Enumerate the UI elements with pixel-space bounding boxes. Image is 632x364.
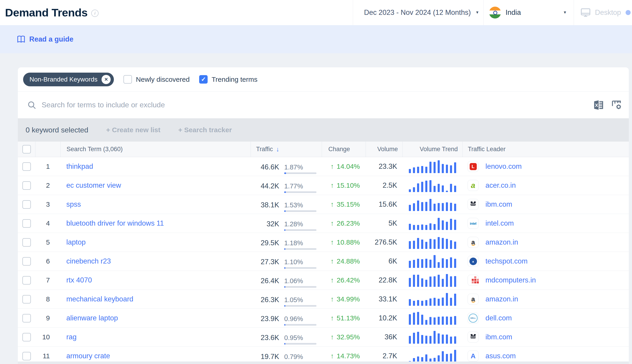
row-checkbox[interactable]: [23, 238, 31, 246]
selected-count: 0 keyword selected: [26, 126, 88, 134]
trend-bar: [454, 336, 456, 344]
volume-trend-cell: [402, 254, 462, 268]
traffic-leader-cell: ibm.com: [462, 199, 629, 210]
filter-chip-non-branded[interactable]: Non-Branded Keywords ×: [23, 72, 114, 86]
trend-bar: [417, 275, 419, 287]
search-term-link[interactable]: armoury crate: [66, 352, 110, 360]
change-column-header[interactable]: Change: [322, 142, 366, 157]
change-value: 34.99%: [337, 295, 360, 303]
chip-close-icon[interactable]: ×: [102, 75, 111, 84]
trend-bar: [446, 293, 448, 306]
traffic-leader-link[interactable]: asus.com: [485, 352, 516, 360]
select-all-checkbox[interactable]: [23, 145, 31, 154]
open-book-icon: [17, 36, 26, 43]
row-checkbox[interactable]: [23, 219, 31, 228]
trend-bar: [417, 312, 419, 325]
row-rank: 6: [35, 257, 60, 265]
search-term-cell: spss: [60, 200, 251, 208]
traffic-leader-cell: amazon.in: [462, 294, 629, 305]
search-term-link[interactable]: cinebench r23: [66, 257, 111, 265]
traffic-cell: 44.2K 1.77%: [251, 178, 322, 193]
trend-bar: [425, 225, 427, 230]
trend-bar: [413, 301, 415, 306]
traffic-leader-link[interactable]: acer.co.in: [485, 181, 516, 190]
traffic-leader-link[interactable]: amazon.in: [485, 295, 518, 303]
search-term-link[interactable]: bluetooth driver for windows 11: [66, 219, 164, 227]
row-checkbox[interactable]: [23, 162, 31, 171]
info-icon[interactable]: i: [91, 10, 99, 17]
trend-bar: [438, 355, 440, 363]
search-term-link[interactable]: mechanical keyboard: [66, 295, 133, 303]
newly-discovered-label: Newly discovered: [136, 76, 189, 83]
country-selector[interactable]: India ▼: [483, 0, 574, 25]
search-term-link[interactable]: alienware laptop: [66, 314, 118, 322]
chevron-down-icon: ▼: [475, 10, 479, 15]
search-term-column-header[interactable]: Search Term (3,060): [60, 142, 251, 157]
search-term-cell: thinkpad: [60, 162, 251, 170]
table-settings-icon[interactable]: [611, 99, 623, 111]
trend-bar: [434, 318, 436, 325]
search-input[interactable]: [42, 101, 593, 109]
row-checkbox[interactable]: [23, 352, 31, 360]
traffic-leader-link[interactable]: amazon.in: [485, 238, 518, 246]
trend-bar: [425, 280, 427, 287]
traffic-share-bar: [284, 286, 316, 288]
search-term-link[interactable]: ec customer view: [66, 181, 121, 189]
trend-bar: [413, 275, 415, 287]
trend-bar: [417, 200, 419, 211]
search-term-link[interactable]: laptop: [66, 238, 86, 246]
traffic-leader-link[interactable]: dell.com: [485, 314, 512, 322]
search-term-link[interactable]: rtx 4070: [66, 276, 92, 284]
site-favicon: [468, 237, 479, 248]
trend-bar: [430, 162, 432, 173]
change-value: 14.73%: [337, 352, 360, 360]
traffic-leader-link[interactable]: ibm.com: [485, 200, 512, 208]
row-checkbox[interactable]: [23, 257, 31, 266]
newly-discovered-checkbox[interactable]: [123, 75, 132, 84]
newly-discovered-filter[interactable]: Newly discovered: [123, 75, 189, 84]
volume-value: 276.5K: [366, 238, 402, 246]
search-term-link[interactable]: spss: [66, 200, 81, 208]
trending-terms-filter[interactable]: ✓ Trending terms: [199, 75, 258, 84]
row-checkbox[interactable]: [23, 181, 31, 190]
row-checkbox[interactable]: [23, 295, 31, 304]
row-checkbox[interactable]: [23, 314, 31, 322]
traffic-leader-cell: lenovo.com: [462, 161, 629, 172]
search-term-cell: mechanical keyboard: [60, 295, 251, 303]
trend-bar: [430, 336, 432, 344]
read-guide-link[interactable]: Read a guide: [17, 35, 73, 44]
volume-trend-cell: [402, 274, 462, 287]
search-tracker-button[interactable]: + Search tracker: [178, 126, 232, 134]
site-favicon: [468, 256, 479, 267]
row-select-cell: [18, 181, 35, 190]
traffic-leader-link[interactable]: ibm.com: [485, 333, 512, 341]
traffic-cell: 26.3K 1.05%: [251, 292, 322, 307]
trending-terms-checkbox[interactable]: ✓: [199, 75, 207, 84]
traffic-column-header[interactable]: Traffic ↓: [251, 142, 322, 157]
excel-export-icon[interactable]: X: [593, 99, 604, 111]
date-range-picker[interactable]: Dec 2023 - Nov 2024 (12 Months) ▼: [353, 0, 483, 25]
search-term-link[interactable]: thinkpad: [66, 162, 93, 170]
trend-bar: [425, 300, 427, 306]
trend-bar: [417, 167, 419, 173]
traffic-leader-link[interactable]: mdcomputers.in: [485, 276, 536, 284]
trend-bar: [454, 162, 456, 173]
traffic-share-pct: 1.87%: [284, 163, 316, 171]
trend-bar: [454, 276, 456, 287]
volume-column-header[interactable]: Volume: [366, 142, 402, 157]
row-checkbox[interactable]: [23, 276, 31, 284]
search-term-link[interactable]: rag: [66, 333, 77, 341]
create-new-list-button[interactable]: + Create new list: [106, 126, 160, 134]
row-checkbox[interactable]: [23, 200, 31, 209]
trend-bar: [421, 315, 423, 325]
up-arrow-icon: ↑: [330, 333, 334, 341]
row-select-cell: [18, 314, 35, 322]
traffic-share: 1.87%: [284, 163, 316, 174]
trend-bar: [421, 278, 423, 287]
row-select-cell: [18, 238, 35, 246]
traffic-leader-link[interactable]: techspot.com: [485, 257, 528, 265]
site-favicon: [468, 332, 479, 342]
traffic-leader-link[interactable]: intel.com: [485, 219, 514, 228]
row-checkbox[interactable]: [23, 333, 31, 342]
traffic-leader-link[interactable]: lenovo.com: [485, 162, 522, 170]
